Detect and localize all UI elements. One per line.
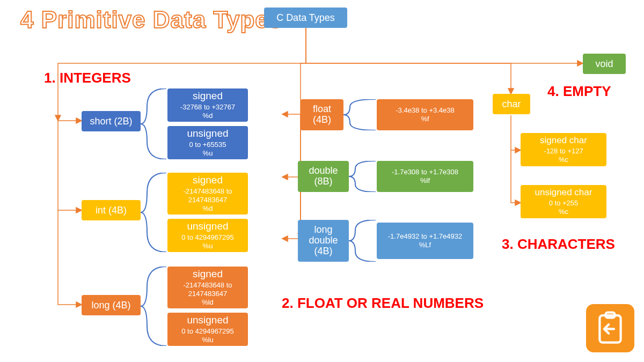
section-4: 4. EMPTY	[547, 83, 611, 100]
section-1: 1. INTEGERS	[44, 70, 131, 86]
range: -2147483648 to 2147483647	[172, 281, 244, 299]
short-unsigned: unsigned 0 to +65535 %u	[167, 126, 248, 159]
char-box: char	[493, 94, 530, 114]
range: 0 to +255	[549, 199, 579, 208]
section-2: 2. FLOAT OR REAL NUMBERS	[282, 295, 484, 312]
brace-short	[141, 88, 167, 159]
fmt: %d	[203, 112, 213, 120]
range: 0 to 4294967295	[181, 233, 234, 242]
long-unsigned: unsigned 0 to 4294967295 %lu	[167, 313, 248, 346]
range: 0 to 4294967295	[181, 327, 234, 336]
int-signed: signed -2147483648 to 2147483647 %d	[167, 173, 248, 215]
short-signed: signed -32768 to +32767 %d	[167, 88, 248, 122]
svg-marker-7	[282, 112, 288, 117]
svg-marker-9	[282, 236, 288, 241]
brace-float	[343, 99, 377, 130]
float-box: float (4B)	[301, 99, 343, 130]
label: signed	[193, 174, 223, 186]
brace-long	[141, 267, 167, 346]
svg-marker-11	[515, 147, 521, 153]
longdouble-range: -1.7e4932 to +1.7e4932 %Lf	[377, 223, 473, 259]
range: -1.7e4932 to +1.7e4932	[388, 232, 462, 241]
range: -32768 to +32767	[180, 103, 235, 112]
range: -3.4e38 to +3.4e38	[396, 106, 455, 115]
int-unsigned: unsigned 0 to 4294967295 %u	[167, 219, 248, 252]
double-box: double (8B)	[298, 161, 349, 192]
float-range: -3.4e38 to +3.4e38 %f	[377, 99, 473, 130]
long-box: long (4B)	[82, 295, 141, 315]
svg-marker-8	[282, 174, 288, 180]
brace-int	[141, 173, 167, 252]
svg-marker-10	[515, 200, 521, 205]
label: signed char	[540, 135, 587, 146]
range: -128 to +127	[544, 147, 583, 156]
fmt: %u	[203, 242, 213, 250]
label: unsigned	[187, 128, 228, 139]
fmt: %c	[559, 156, 568, 164]
short-box: short (2B)	[82, 111, 141, 131]
fmt: %d	[203, 204, 213, 213]
svg-marker-4	[76, 208, 82, 213]
svg-marker-5	[76, 118, 82, 123]
svg-marker-6	[76, 302, 82, 307]
range: 0 to +65535	[189, 141, 226, 149]
long-signed: signed -2147483648 to 2147483647 %ld	[167, 267, 248, 308]
range: -1.7e308 to +1.7e308	[392, 168, 458, 176]
svg-marker-0	[55, 115, 61, 121]
fmt: %c	[559, 208, 568, 216]
double-range: -1.7e308 to +1.7e308 %lf	[377, 161, 473, 192]
label: unsigned char	[535, 187, 592, 198]
fmt: %ld	[202, 298, 214, 307]
fmt: %Lf	[419, 241, 431, 249]
label: unsigned	[187, 220, 228, 232]
fmt: %f	[421, 115, 429, 123]
clipboard-back-icon	[586, 304, 634, 352]
range: -2147483648 to 2147483647	[172, 187, 244, 205]
int-box: int (4B)	[82, 200, 141, 220]
svg-marker-2	[508, 88, 514, 94]
longdouble-box: long double (4B)	[298, 220, 349, 262]
label: signed	[193, 90, 223, 102]
fmt: %lu	[202, 336, 214, 344]
signed-char: signed char -128 to +127 %c	[521, 133, 606, 166]
label: signed	[193, 268, 223, 280]
brace-longdouble	[349, 220, 377, 262]
fmt: %lf	[420, 176, 430, 185]
void-box: void	[583, 54, 626, 74]
section-3: 3. CHARACTERS	[502, 236, 615, 253]
brace-double	[349, 161, 377, 192]
label: unsigned	[187, 314, 228, 326]
unsigned-char: unsigned char 0 to +255 %c	[521, 185, 606, 218]
fmt: %u	[203, 149, 213, 158]
svg-marker-3	[577, 61, 583, 66]
